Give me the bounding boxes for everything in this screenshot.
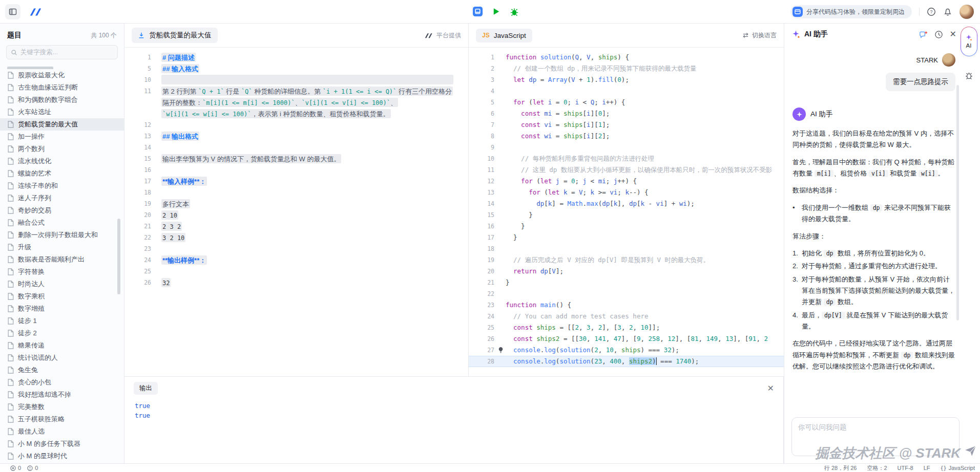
code-line[interactable]: 10 // 每种货船利用多重背包问题的方法进行处理 [469, 153, 784, 164]
code-line[interactable]: 11 // 这里 dp 数组要从大到小循环更新，以确保使用本船只时，前一次的预算… [469, 164, 784, 176]
code-line[interactable]: 2 // 创建一个数组 dp，用来记录不同预算下能获得的最大载货量 [469, 63, 784, 74]
sidebar-item[interactable]: 删除一次得到子数组最大和 [0, 229, 124, 241]
code-line[interactable]: 27 console.log(solution(2, 10, ships) ==… [469, 345, 784, 356]
search-input[interactable] [20, 49, 113, 56]
sidebar-item[interactable]: 统计说谎的人 [0, 352, 124, 364]
sidebar-item-active[interactable]: 货船载货量的最大值 [0, 118, 124, 131]
sidebar-item[interactable]: 五子棋获胜策略 [0, 413, 124, 425]
quickfix-lightbulb-icon[interactable] [498, 347, 504, 353]
sidebar-item[interactable]: 徒步 2 [0, 327, 124, 339]
problem-tab[interactable]: 货船载货量的最大值 [132, 28, 218, 43]
problem-line[interactable]: 24**输出样例**： [124, 254, 468, 266]
help-button[interactable]: ? [927, 7, 936, 16]
code-line[interactable]: 7 const vi = ships[i][1]; [469, 119, 784, 131]
sidebar-item[interactable]: 螺旋的艺术 [0, 167, 124, 180]
eol-setting[interactable]: LF [924, 465, 930, 471]
code-line[interactable]: 13 for (let k = V; k >= vi; k--) { [469, 187, 784, 198]
code-line[interactable]: 23function main() { [469, 299, 784, 311]
sidebar-item[interactable]: 数据表是否能顺利产出 [0, 253, 124, 266]
code-line[interactable]: 6 const mi = ships[i][0]; [469, 108, 784, 119]
debug-rail-button[interactable] [964, 71, 974, 80]
encoding[interactable]: UTF-8 [898, 465, 913, 471]
switch-language-button[interactable]: 切换语言 [742, 31, 777, 40]
problem-line[interactable]: 19多行文本 [124, 198, 468, 209]
output-close-button[interactable]: ✕ [767, 384, 774, 393]
problem-line[interactable]: 11第 2 行到第 `Q + 1` 行是 `Q` 种货船的详细信息。第 `i +… [124, 85, 468, 119]
sidebar-toggle-button[interactable] [5, 4, 20, 19]
sidebar-item[interactable]: 流水线优化 [0, 155, 124, 167]
sidebar-item[interactable]: 字符替换 [0, 266, 124, 278]
problem-line[interactable]: 202 10 [124, 209, 468, 221]
sidebar-scrollbar[interactable] [117, 219, 120, 294]
sidebar-item[interactable]: 小 M 的星球时代 [0, 450, 124, 462]
new-chat-button[interactable] [919, 30, 928, 39]
code-line[interactable]: 17 } [469, 232, 784, 243]
console-button[interactable] [472, 6, 483, 17]
sidebar-item[interactable]: 加一操作 [0, 131, 124, 143]
problem-line[interactable]: 15输出李华预算为 V 的情况下，货船载货量总和 W 的最大值。 [124, 153, 468, 164]
problem-line[interactable]: 16 [124, 164, 468, 176]
code-line[interactable]: 9 [469, 142, 784, 153]
share-banner[interactable]: 分享代码练习体验，领限量定制周边 [790, 5, 912, 18]
sidebar-item[interactable]: 贪心的小包 [0, 376, 124, 389]
code-line[interactable]: 8 const wi = ships[i][2]; [469, 131, 784, 142]
code-line[interactable]: 18 [469, 243, 784, 254]
sidebar-item[interactable]: 完美整数 [0, 401, 124, 413]
ai-input[interactable]: 你可以问我问题 [791, 417, 960, 456]
problem-line[interactable]: 212 3 2 [124, 221, 468, 232]
language-mode[interactable]: {} JavaScript [941, 465, 975, 471]
history-button[interactable] [934, 30, 943, 39]
code-line[interactable]: 3 let dp = Array(V + 1).fill(0); [469, 74, 784, 85]
sidebar-item[interactable]: 升级 [0, 241, 124, 253]
code-line[interactable]: 14 dp[k] = Math.max(dp[k], dp[k - vi] + … [469, 198, 784, 209]
sidebar-item[interactable]: 奇妙的交易 [0, 204, 124, 217]
code-line[interactable]: 20 return dp[V]; [469, 266, 784, 277]
code-line[interactable]: 26 const ships2 = [[30, 141, 47], [9, 25… [469, 333, 784, 345]
code-line[interactable]: 21} [469, 277, 784, 288]
problem-line[interactable]: 18 [124, 187, 468, 198]
problem-line[interactable]: 2632 [124, 277, 468, 288]
warnings-status[interactable]: 0 [27, 465, 38, 471]
code-line[interactable]: 4 [469, 85, 784, 97]
sidebar-item[interactable]: 徒步 1 [0, 315, 124, 327]
run-button[interactable] [491, 7, 501, 16]
problem-line[interactable]: 5## 输入格式 [124, 63, 468, 74]
sidebar-item[interactable]: 连续子串的和 [0, 180, 124, 192]
sidebar-item[interactable]: 数字乘积 [0, 290, 124, 303]
code-line[interactable]: 22 [469, 288, 784, 299]
sidebar-item[interactable]: 古生物血缘远近判断 [0, 81, 124, 94]
problem-line[interactable]: 12 [124, 119, 468, 131]
sidebar-item[interactable]: 股票收益最大化 [0, 69, 124, 81]
problem-line[interactable]: 1# 问题描述 [124, 52, 468, 63]
debug-button[interactable] [509, 7, 519, 17]
code-line[interactable]: 15 } [469, 209, 784, 221]
language-tab[interactable]: JS JavaScript [476, 29, 532, 42]
sidebar-item[interactable]: 我好想逃却逃不掉 [0, 389, 124, 401]
code-line[interactable]: 16 } [469, 221, 784, 232]
indent-setting[interactable]: 空格：2 [867, 464, 887, 472]
ai-close-button[interactable]: ✕ [950, 30, 956, 38]
ai-chat-scrollbar[interactable] [956, 85, 959, 320]
user-avatar[interactable] [960, 5, 974, 19]
problem-line[interactable]: 13## 输出格式 [124, 131, 468, 142]
sidebar-item[interactable]: 时尚达人 [0, 278, 124, 290]
clipped-list-item[interactable] [0, 63, 124, 69]
problem-line[interactable]: 10 [124, 74, 468, 85]
sidebar-item[interactable]: 兔生兔 [0, 364, 124, 376]
notifications-button[interactable] [943, 7, 952, 16]
problem-line[interactable]: 23 [124, 243, 468, 254]
search-box[interactable] [6, 45, 118, 59]
code-line-current[interactable]: 28 console.log(solution(23, 400, ships2)… [469, 356, 784, 367]
problem-line[interactable]: 223 2 10 [124, 232, 468, 243]
problem-line[interactable]: 14 [124, 142, 468, 153]
code-line[interactable]: 1function solution(Q, V, ships) { [469, 52, 784, 63]
sidebar-item[interactable]: 迷人子序列 [0, 192, 124, 204]
code-line[interactable]: 24 // You can add more test cases here [469, 311, 784, 322]
ai-rail-button[interactable]: AI [961, 27, 977, 56]
sidebar-item[interactable]: 火车站选址 [0, 106, 124, 118]
sidebar-item[interactable]: 两个数列 [0, 143, 124, 155]
code-line[interactable]: 19 // 遍历完成之后 V 对应的 dp[V] 即是预算到 V 时的最大负荷。 [469, 254, 784, 266]
problem-line[interactable]: 25 [124, 266, 468, 277]
code-line[interactable]: 5 for (let i = 0; i < Q; i++) { [469, 97, 784, 108]
sidebar-item[interactable]: 小 M 的多任务下载器 [0, 438, 124, 450]
